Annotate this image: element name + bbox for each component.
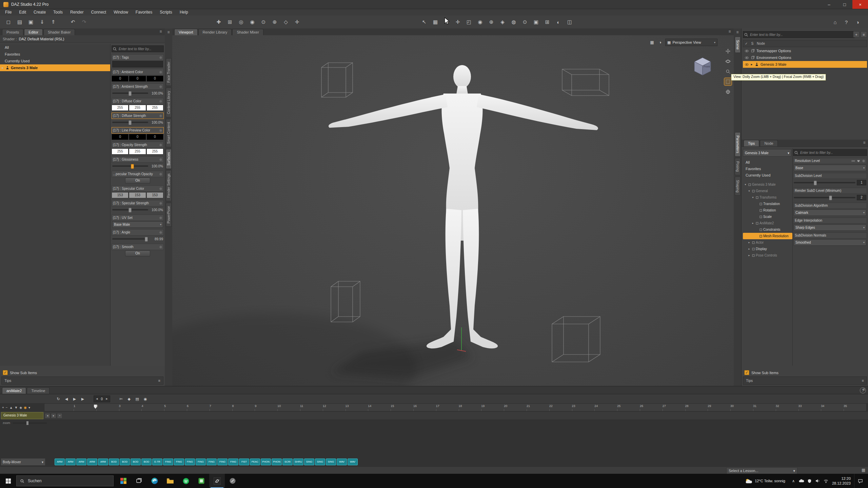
- tags-input[interactable]: [112, 61, 163, 67]
- track-add-icon[interactable]: +: [57, 413, 62, 419]
- onedrive-icon[interactable]: [799, 478, 804, 484]
- slider-groove[interactable]: [112, 165, 148, 167]
- security-icon[interactable]: [807, 478, 812, 484]
- surface-filter-input[interactable]: [112, 45, 164, 52]
- gear-icon[interactable]: [159, 143, 162, 147]
- dropdown[interactable]: Sharp Edges▾: [794, 224, 866, 231]
- scene-filter-input[interactable]: [743, 31, 855, 38]
- property-header[interactable]: (17) : Specular Color: [112, 185, 164, 192]
- aniblock-clip-scri-21[interactable]: SCRI: [282, 459, 293, 465]
- transfer-utility-icon[interactable]: ⊞: [542, 17, 552, 27]
- color-channel-cell[interactable]: 255: [129, 105, 146, 111]
- color-channel-cell[interactable]: 0: [129, 134, 146, 140]
- tree-item-actor[interactable]: ►Actor: [743, 239, 792, 246]
- aniblock-clip-e-tr-9[interactable]: E-TR: [152, 459, 162, 465]
- menu-tools[interactable]: Tools: [50, 9, 66, 16]
- slider[interactable]: 2: [793, 195, 867, 200]
- property-header[interactable]: (17) : Diffuse Color: [112, 98, 164, 104]
- clip-icon[interactable]: ▤: [133, 395, 141, 403]
- gear-icon[interactable]: [159, 187, 162, 190]
- color-channel-cell[interactable]: 0: [112, 76, 129, 82]
- zoom-slider-thumb[interactable]: [26, 421, 28, 425]
- slider-thumb[interactable]: [129, 91, 132, 96]
- create-dformer-icon[interactable]: ✛: [292, 17, 302, 27]
- slider[interactable]: 100.0%: [112, 164, 164, 168]
- universal-tool-icon[interactable]: ⊕: [486, 17, 496, 27]
- property-header[interactable]: (17) : Opacity Strength: [112, 142, 164, 148]
- expand-arrow-icon[interactable]: ►: [1, 66, 4, 69]
- active-pose-tool-icon[interactable]: ◉: [475, 17, 485, 27]
- tree-expander-icon[interactable]: ►: [752, 222, 754, 224]
- scene-node-environment-options[interactable]: Environment Options: [743, 54, 867, 61]
- filter-icon[interactable]: ▾: [28, 406, 30, 409]
- zoom-icon[interactable]: [724, 68, 732, 75]
- gear-icon[interactable]: [159, 172, 162, 176]
- eye-icon[interactable]: [744, 55, 749, 60]
- gear-icon[interactable]: [159, 56, 162, 59]
- camera-selector[interactable]: ▦ Perspective View ▾: [665, 39, 717, 46]
- slider-groove[interactable]: [112, 209, 148, 210]
- spinner-left-icon[interactable]: ◀: [96, 398, 98, 400]
- create-point-light-icon[interactable]: ⊕: [270, 17, 280, 27]
- slider-groove[interactable]: [794, 197, 855, 198]
- draw-style-icon[interactable]: ◑: [657, 39, 663, 45]
- gear-icon[interactable]: [159, 230, 162, 234]
- dock-tab-shaping[interactable]: Shaping: [735, 177, 741, 196]
- tree-expander-icon[interactable]: ►: [748, 241, 751, 244]
- gear-icon[interactable]: [159, 70, 162, 74]
- menu-connect[interactable]: Connect: [87, 9, 110, 16]
- globe-icon[interactable]: [724, 88, 732, 96]
- node-selection-tool-icon[interactable]: ↖: [419, 17, 429, 27]
- selection-column-header[interactable]: S: [749, 42, 755, 45]
- record-icon[interactable]: ◉: [141, 395, 150, 403]
- eye-icon[interactable]: ◉: [24, 406, 27, 409]
- aniblock-clip-sing-23[interactable]: SING: [304, 459, 314, 465]
- property-header[interactable]: (17) : Diffuse Strength: [112, 113, 164, 119]
- pane-menu-icon[interactable]: ≡: [862, 379, 864, 383]
- aniblock-clip-shru-22[interactable]: SHRU: [293, 459, 303, 465]
- tab-animate2[interactable]: aniMate2: [2, 387, 26, 394]
- lock-icon[interactable]: ◈: [20, 406, 22, 409]
- spot-render-tool-icon[interactable]: ◐: [553, 17, 564, 27]
- slider[interactable]: 89.99: [112, 237, 164, 241]
- move-up-icon[interactable]: ▲: [9, 406, 13, 409]
- hidden-icons-chevron[interactable]: ∧: [791, 478, 796, 484]
- pane-menu-icon[interactable]: ≡: [158, 379, 160, 383]
- menu-create[interactable]: Create: [30, 9, 50, 16]
- dock-tab-face-transfer[interactable]: Face Transfer: [166, 58, 172, 86]
- aniblock-clip-arm-1[interactable]: ARM: [65, 459, 76, 465]
- menu-window[interactable]: Window: [110, 9, 132, 16]
- aniblock-clip-arm-0[interactable]: ARM: [55, 459, 65, 465]
- minimize-button[interactable]: –: [821, 0, 837, 9]
- save-file-icon[interactable]: ▣: [26, 17, 36, 27]
- open-file-icon[interactable]: ▤: [15, 17, 25, 27]
- scale-tool-icon[interactable]: ◰: [464, 17, 474, 27]
- slider-thumb[interactable]: [145, 237, 148, 242]
- create-distant-light-icon[interactable]: ⊙: [258, 17, 269, 27]
- dropdown[interactable]: Base Male▾: [112, 221, 163, 228]
- slider-groove[interactable]: [112, 122, 148, 123]
- create-primitive-icon[interactable]: ◇: [281, 17, 291, 27]
- property-header[interactable]: (17) : Line Preview Color: [112, 127, 164, 134]
- dock-tab-content-library[interactable]: Content Library: [166, 87, 172, 117]
- gear-icon[interactable]: [159, 114, 162, 118]
- aniblock-clip-arm-4[interactable]: ARM: [98, 459, 108, 465]
- aniblock-clip-wav-26[interactable]: WAV: [337, 459, 347, 465]
- eye-icon[interactable]: [744, 62, 749, 67]
- dock-tab-powerpose[interactable]: PowerPose: [166, 203, 172, 227]
- aniblock-clip-sing-24[interactable]: SING: [315, 459, 325, 465]
- category-currently-used[interactable]: Currently Used: [0, 58, 110, 64]
- aniblock-clip-bod-6[interactable]: BOD: [120, 459, 130, 465]
- slider-thumb[interactable]: [129, 208, 132, 212]
- dropdown[interactable]: Smoothed▾: [794, 239, 866, 246]
- gear-icon[interactable]: [159, 128, 162, 132]
- scene-node-genesis-3-male[interactable]: ►Genesis 3 Male: [743, 61, 867, 68]
- aniblock-clip-bod-7[interactable]: BOD: [131, 459, 141, 465]
- property-header[interactable]: (17) : Tags: [112, 54, 164, 61]
- export-icon[interactable]: ⇑: [48, 17, 58, 27]
- slider[interactable]: 100.0%: [112, 92, 164, 95]
- color-channel-cell[interactable]: 153: [129, 192, 146, 198]
- geometry-editor-tool-icon[interactable]: ▣: [531, 17, 541, 27]
- aniblock-clip-fing-15[interactable]: FING: [217, 459, 228, 465]
- color-channel-cell[interactable]: 0: [112, 134, 129, 140]
